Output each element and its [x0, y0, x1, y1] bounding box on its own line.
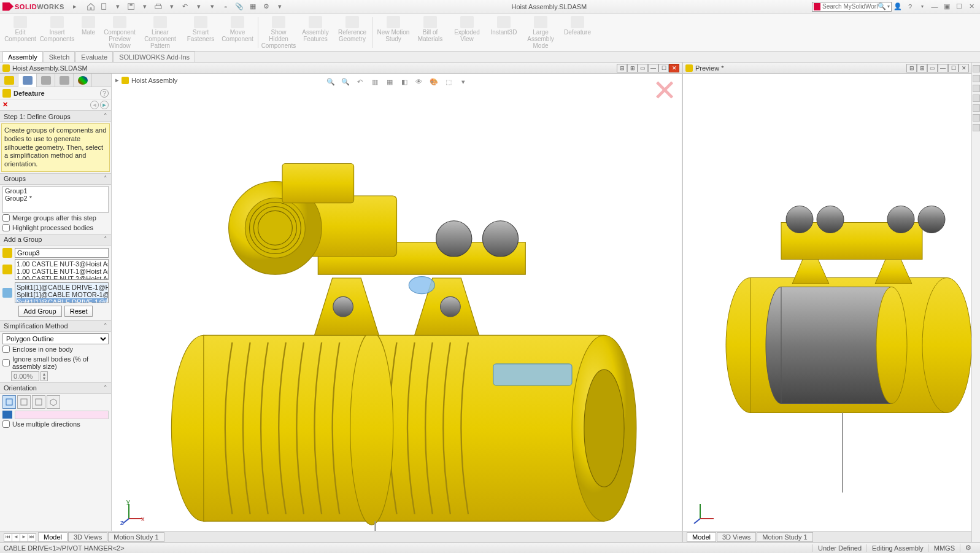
preview-triad[interactable] [692, 500, 716, 525]
edit-appearance-icon[interactable]: 🎨 [428, 76, 439, 87]
new-motion-study-button[interactable]: New Motion Study [376, 15, 411, 49]
preview-cascade-icon[interactable]: ▭ [927, 64, 938, 72]
win-maximize-icon[interactable]: ☐ [658, 64, 669, 72]
preview-maximize-icon[interactable]: ☐ [948, 64, 959, 72]
preview-minimize-icon[interactable]: — [938, 64, 948, 72]
view-triad[interactable]: y x z [120, 500, 145, 525]
taskpane-appearances-icon[interactable] [973, 114, 980, 122]
tab-sketch[interactable]: Sketch [44, 52, 75, 62]
ignore-percent-spinner[interactable]: ▲▼ [11, 371, 109, 381]
enclose-checkbox[interactable]: Enclose in one body [2, 344, 109, 354]
preview-tab-model[interactable]: Model [687, 532, 716, 542]
list-item[interactable]: 1.00 CASTLE NUT-1@Hoist Ass [17, 268, 107, 275]
instant3d-button[interactable]: Instant3D [486, 15, 522, 49]
orientation-top-button[interactable] [17, 395, 31, 409]
spinner-buttons[interactable]: ▲▼ [41, 371, 48, 381]
property-manager-tab[interactable] [18, 74, 37, 87]
smart-fasteners-button[interactable]: Smart Fasteners [183, 15, 218, 49]
status-units[interactable]: MMGS [928, 544, 960, 552]
status-custom-icon[interactable]: ⚙ [960, 544, 976, 552]
show-hidden-button[interactable]: Show Hidden Components [261, 15, 296, 49]
ignore-percent-input[interactable] [11, 371, 39, 381]
preview-viewport[interactable] [683, 74, 971, 531]
help-icon[interactable]: ? [906, 2, 914, 11]
components-selection[interactable]: 1.00 CASTLE NUT-3@Hoist Ass 1.00 CASTLE … [15, 259, 109, 280]
undo-icon[interactable]: ↶ [180, 2, 190, 12]
dimxpert-manager-tab[interactable] [55, 74, 74, 87]
tab-nav-next-icon[interactable]: ► [20, 533, 28, 542]
save-dropdown-icon[interactable]: ▾ [140, 2, 150, 12]
close-icon[interactable]: ✕ [967, 2, 976, 11]
restore-icon[interactable]: ▣ [943, 2, 951, 11]
settings-icon[interactable]: ⚙ [261, 2, 271, 12]
print-icon[interactable] [153, 2, 163, 12]
reference-geometry-button[interactable]: Reference Geometry [334, 15, 370, 49]
preview-tile-v-icon[interactable]: ⊞ [917, 64, 927, 72]
highlight-bodies-checkbox[interactable]: Highlight processed bodies [2, 223, 109, 233]
direction-bar[interactable] [15, 411, 109, 419]
feature-manager-tab[interactable] [0, 74, 18, 87]
move-component-button[interactable]: Move Component [220, 15, 255, 49]
orientation-header[interactable]: Orientation˄ [0, 382, 111, 394]
reset-button[interactable]: Reset [64, 306, 93, 317]
win-tile-h-icon[interactable]: ⊟ [617, 64, 627, 72]
pin-icon[interactable]: 📎 [234, 2, 244, 12]
hide-show-icon[interactable]: 👁 [414, 76, 425, 87]
mate-button[interactable]: Mate [76, 15, 101, 49]
zoom-fit-icon[interactable]: 🔍 [325, 76, 336, 87]
breadcrumb[interactable]: ▸ Hoist Assembly [115, 76, 177, 84]
taskpane-view-palette-icon[interactable] [973, 104, 980, 112]
add-group-button[interactable]: Add Group [18, 306, 62, 317]
merge-groups-checkbox[interactable]: Merge groups after this step [2, 213, 109, 223]
list-item[interactable]: Split1[1]@CABLE MOTOR-1@I [17, 291, 107, 298]
win-cascade-icon[interactable]: ▭ [638, 64, 648, 72]
list-item[interactable]: 1.00 CASTLE NUT-2@Hoist Ass [17, 275, 107, 280]
apply-scene-icon[interactable]: ⬚ [443, 76, 454, 87]
insert-components-button[interactable]: Insert Components [39, 15, 75, 49]
taskpane-custom-props-icon[interactable] [973, 124, 980, 131]
orientation-iso-button[interactable] [47, 395, 60, 409]
list-item[interactable]: 1.00 CASTLE NUT-3@Hoist Ass [17, 260, 107, 268]
preview-tab-motion[interactable]: Motion Study 1 [757, 532, 812, 542]
exploded-view-button[interactable]: Exploded View [449, 15, 485, 49]
groups-list[interactable]: Group1 Group2 * [2, 186, 109, 213]
taskpane-resources-icon[interactable] [973, 75, 980, 82]
search-icon[interactable]: 🔍 [878, 2, 886, 10]
taskpane-design-library-icon[interactable] [973, 85, 980, 92]
bottom-tab-motion[interactable]: Motion Study 1 [108, 532, 164, 542]
taskpane-home-icon[interactable] [973, 65, 980, 72]
simplification-header[interactable]: Simplification Method˄ [0, 320, 111, 332]
list-item[interactable]: Group1 [5, 187, 106, 195]
tab-nav-prev-icon[interactable]: ◄ [12, 533, 20, 542]
pm-cancel-icon[interactable]: ✕ [2, 101, 8, 109]
taskpane-file-explorer-icon[interactable] [973, 95, 980, 102]
simplification-method-select[interactable]: Polygon Outline [2, 333, 109, 344]
tab-nav-first-icon[interactable]: ⏮ [4, 533, 12, 542]
user-icon[interactable]: 👤 [893, 2, 902, 11]
display-manager-tab[interactable] [74, 74, 92, 87]
preview-tile-h-icon[interactable]: ⊟ [906, 64, 917, 72]
bottom-tab-model[interactable]: Model [38, 532, 68, 542]
open-icon[interactable]: ▾ [113, 2, 123, 12]
step1-header[interactable]: Step 1: Define Groups˄ [0, 110, 111, 122]
tab-nav-last-icon[interactable]: ⏭ [28, 533, 36, 542]
pm-help-icon[interactable]: ? [100, 89, 109, 98]
bom-button[interactable]: Bill of Materials [412, 15, 448, 49]
rebuild-icon[interactable]: ▫ [221, 2, 231, 12]
group-name-input[interactable] [15, 248, 109, 258]
preview-tab-3dviews[interactable]: 3D Views [717, 532, 756, 542]
display-style-icon[interactable]: ◧ [399, 76, 410, 87]
win-close-icon[interactable]: ✕ [669, 64, 679, 72]
select-icon[interactable]: ▾ [207, 2, 217, 12]
print-dropdown-icon[interactable]: ▾ [167, 2, 177, 12]
bodies-selection[interactable]: Split1[1]@CABLE DRIVE-1@Hc Split1[1]@CAB… [15, 282, 109, 303]
search-dropdown-icon[interactable]: ▾ [887, 4, 890, 9]
expand-menu-icon[interactable]: ▸ [70, 2, 80, 12]
zoom-area-icon[interactable]: 🔍 [340, 76, 351, 87]
list-item[interactable]: Split1[1]@CABLE DRIVE-1@Hc [17, 284, 107, 291]
win-minimize-icon[interactable]: — [648, 64, 658, 72]
model-viewport[interactable]: ▸ Hoist Assembly 🔍 🔍 ↶ ▥ ▦ ◧ 👁 🎨 ⬚ ▾ ✕ [112, 74, 682, 531]
minimize-icon[interactable]: — [930, 2, 939, 11]
search-box[interactable]: 🔍 ▾ [812, 2, 892, 12]
options-icon[interactable]: ▦ [248, 2, 258, 12]
